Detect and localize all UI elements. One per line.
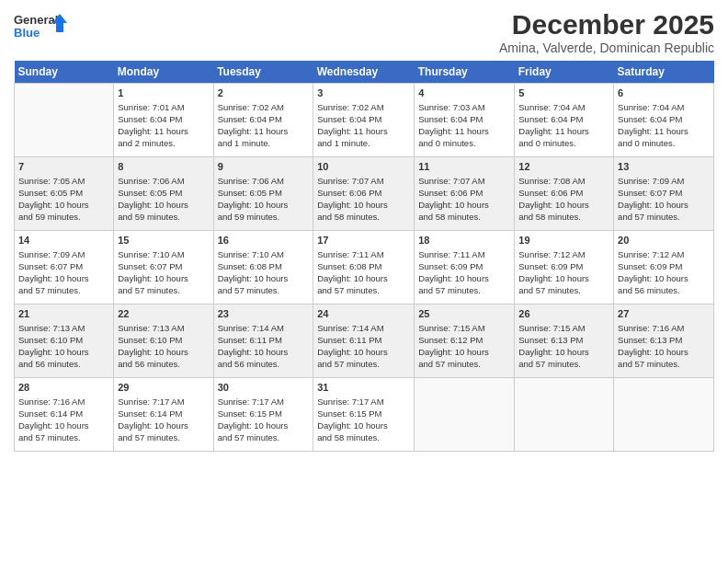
- calendar-table: Sunday Monday Tuesday Wednesday Thursday…: [14, 61, 714, 452]
- day-info: Sunrise: 7:10 AM Sunset: 6:08 PM Dayligh…: [218, 249, 310, 296]
- day-info: Sunrise: 7:04 AM Sunset: 6:04 PM Dayligh…: [518, 102, 609, 149]
- day-info: Sunrise: 7:15 AM Sunset: 6:12 PM Dayligh…: [418, 323, 510, 370]
- day-number: 28: [18, 381, 109, 395]
- calendar-cell-w5-d7: [614, 378, 714, 452]
- day-info: Sunrise: 7:08 AM Sunset: 6:06 PM Dayligh…: [518, 176, 609, 223]
- day-info: Sunrise: 7:09 AM Sunset: 6:07 PM Dayligh…: [618, 176, 710, 223]
- day-number: 5: [518, 86, 609, 100]
- title-area: December 2025 Amina, Valverde, Dominican…: [499, 9, 714, 55]
- day-number: 15: [118, 234, 209, 247]
- day-number: 19: [518, 234, 609, 247]
- day-info: Sunrise: 7:11 AM Sunset: 6:08 PM Dayligh…: [317, 249, 410, 296]
- calendar-cell-w1-d5: 4Sunrise: 7:03 AM Sunset: 6:04 PM Daylig…: [415, 84, 515, 157]
- day-number: 30: [218, 381, 310, 395]
- day-number: 27: [618, 307, 710, 321]
- week-row-3: 14Sunrise: 7:09 AM Sunset: 6:07 PM Dayli…: [15, 231, 714, 304]
- day-info: Sunrise: 7:07 AM Sunset: 6:06 PM Dayligh…: [317, 176, 410, 223]
- calendar-cell-w2-d6: 12Sunrise: 7:08 AM Sunset: 6:06 PM Dayli…: [515, 157, 614, 231]
- logo-svg: General Blue: [14, 9, 69, 46]
- calendar-cell-w3-d3: 16Sunrise: 7:10 AM Sunset: 6:08 PM Dayli…: [213, 231, 313, 304]
- calendar-cell-w4-d7: 27Sunrise: 7:16 AM Sunset: 6:13 PM Dayli…: [614, 304, 714, 378]
- calendar-cell-w4-d2: 22Sunrise: 7:13 AM Sunset: 6:10 PM Dayli…: [114, 304, 213, 378]
- day-info: Sunrise: 7:02 AM Sunset: 6:04 PM Dayligh…: [317, 102, 410, 149]
- day-number: 29: [118, 381, 209, 395]
- calendar-body: 1Sunrise: 7:01 AM Sunset: 6:04 PM Daylig…: [15, 84, 714, 452]
- logo: General Blue: [14, 9, 69, 46]
- calendar-cell-w5-d4: 31Sunrise: 7:17 AM Sunset: 6:15 PM Dayli…: [313, 378, 415, 452]
- month-title: December 2025: [499, 9, 714, 40]
- day-info: Sunrise: 7:14 AM Sunset: 6:11 PM Dayligh…: [317, 323, 410, 370]
- day-number: 1: [118, 86, 209, 100]
- header-area: General Blue December 2025 Amina, Valver…: [14, 9, 714, 55]
- calendar-cell-w3-d4: 17Sunrise: 7:11 AM Sunset: 6:08 PM Dayli…: [313, 231, 415, 304]
- day-number: 3: [317, 86, 410, 100]
- calendar-cell-w5-d3: 30Sunrise: 7:17 AM Sunset: 6:15 PM Dayli…: [213, 378, 313, 452]
- day-info: Sunrise: 7:13 AM Sunset: 6:10 PM Dayligh…: [18, 323, 109, 370]
- day-number: 20: [618, 234, 710, 247]
- day-number: 7: [18, 160, 109, 174]
- day-info: Sunrise: 7:16 AM Sunset: 6:14 PM Dayligh…: [18, 396, 109, 443]
- day-info: Sunrise: 7:06 AM Sunset: 6:05 PM Dayligh…: [118, 176, 209, 223]
- calendar-cell-w2-d2: 8Sunrise: 7:06 AM Sunset: 6:05 PM Daylig…: [114, 157, 213, 231]
- header-row: Sunday Monday Tuesday Wednesday Thursday…: [15, 61, 714, 84]
- day-number: 24: [317, 307, 410, 321]
- calendar-cell-w4-d1: 21Sunrise: 7:13 AM Sunset: 6:10 PM Dayli…: [15, 304, 114, 378]
- day-info: Sunrise: 7:07 AM Sunset: 6:06 PM Dayligh…: [418, 176, 510, 223]
- day-info: Sunrise: 7:04 AM Sunset: 6:04 PM Dayligh…: [618, 102, 710, 149]
- calendar-cell-w1-d6: 5Sunrise: 7:04 AM Sunset: 6:04 PM Daylig…: [515, 84, 614, 157]
- calendar-cell-w5-d6: [515, 378, 614, 452]
- day-number: 31: [317, 381, 410, 395]
- day-number: 11: [418, 160, 510, 174]
- day-info: Sunrise: 7:15 AM Sunset: 6:13 PM Dayligh…: [518, 323, 609, 370]
- svg-text:Blue: Blue: [14, 26, 40, 40]
- day-number: 21: [18, 307, 109, 321]
- day-info: Sunrise: 7:09 AM Sunset: 6:07 PM Dayligh…: [18, 249, 109, 296]
- calendar-cell-w1-d1: [15, 84, 114, 157]
- header-monday: Monday: [114, 61, 213, 84]
- day-info: Sunrise: 7:17 AM Sunset: 6:15 PM Dayligh…: [218, 396, 310, 443]
- calendar-cell-w1-d3: 2Sunrise: 7:02 AM Sunset: 6:04 PM Daylig…: [213, 84, 313, 157]
- day-number: 13: [618, 160, 710, 174]
- day-number: 26: [518, 307, 609, 321]
- calendar-cell-w5-d5: [415, 378, 515, 452]
- day-number: 14: [18, 234, 109, 247]
- calendar-cell-w3-d2: 15Sunrise: 7:10 AM Sunset: 6:07 PM Dayli…: [114, 231, 213, 304]
- calendar-cell-w2-d1: 7Sunrise: 7:05 AM Sunset: 6:05 PM Daylig…: [15, 157, 114, 231]
- calendar-cell-w2-d3: 9Sunrise: 7:06 AM Sunset: 6:05 PM Daylig…: [213, 157, 313, 231]
- day-info: Sunrise: 7:05 AM Sunset: 6:05 PM Dayligh…: [18, 176, 109, 223]
- day-number: 9: [218, 160, 310, 174]
- day-info: Sunrise: 7:17 AM Sunset: 6:14 PM Dayligh…: [118, 396, 209, 443]
- week-row-2: 7Sunrise: 7:05 AM Sunset: 6:05 PM Daylig…: [15, 157, 714, 231]
- day-info: Sunrise: 7:06 AM Sunset: 6:05 PM Dayligh…: [218, 176, 310, 223]
- day-info: Sunrise: 7:10 AM Sunset: 6:07 PM Dayligh…: [118, 249, 209, 296]
- day-number: 6: [618, 86, 710, 100]
- day-info: Sunrise: 7:17 AM Sunset: 6:15 PM Dayligh…: [317, 396, 410, 443]
- week-row-4: 21Sunrise: 7:13 AM Sunset: 6:10 PM Dayli…: [15, 304, 714, 378]
- day-number: 10: [317, 160, 410, 174]
- calendar-cell-w2-d4: 10Sunrise: 7:07 AM Sunset: 6:06 PM Dayli…: [313, 157, 415, 231]
- day-number: 16: [218, 234, 310, 247]
- day-number: 23: [218, 307, 310, 321]
- week-row-1: 1Sunrise: 7:01 AM Sunset: 6:04 PM Daylig…: [15, 84, 714, 157]
- calendar-cell-w3-d5: 18Sunrise: 7:11 AM Sunset: 6:09 PM Dayli…: [415, 231, 515, 304]
- calendar-cell-w4-d6: 26Sunrise: 7:15 AM Sunset: 6:13 PM Dayli…: [515, 304, 614, 378]
- day-number: 12: [518, 160, 609, 174]
- day-info: Sunrise: 7:14 AM Sunset: 6:11 PM Dayligh…: [218, 323, 310, 370]
- day-info: Sunrise: 7:02 AM Sunset: 6:04 PM Dayligh…: [218, 102, 310, 149]
- day-info: Sunrise: 7:01 AM Sunset: 6:04 PM Dayligh…: [118, 102, 209, 149]
- header-sunday: Sunday: [15, 61, 114, 84]
- day-info: Sunrise: 7:11 AM Sunset: 6:09 PM Dayligh…: [418, 249, 510, 296]
- header-friday: Friday: [515, 61, 614, 84]
- day-number: 8: [118, 160, 209, 174]
- header-thursday: Thursday: [415, 61, 515, 84]
- day-info: Sunrise: 7:13 AM Sunset: 6:10 PM Dayligh…: [118, 323, 209, 370]
- svg-text:General: General: [14, 13, 58, 27]
- calendar-cell-w5-d2: 29Sunrise: 7:17 AM Sunset: 6:14 PM Dayli…: [114, 378, 213, 452]
- day-number: 18: [418, 234, 510, 247]
- day-number: 22: [118, 307, 209, 321]
- calendar-cell-w3-d7: 20Sunrise: 7:12 AM Sunset: 6:09 PM Dayli…: [614, 231, 714, 304]
- header-wednesday: Wednesday: [313, 61, 415, 84]
- calendar-cell-w2-d7: 13Sunrise: 7:09 AM Sunset: 6:07 PM Dayli…: [614, 157, 714, 231]
- day-info: Sunrise: 7:12 AM Sunset: 6:09 PM Dayligh…: [618, 249, 710, 296]
- day-number: 2: [218, 86, 310, 100]
